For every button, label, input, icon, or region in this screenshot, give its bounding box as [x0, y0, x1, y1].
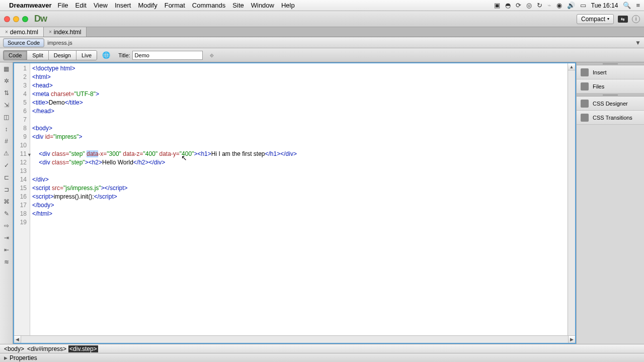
- chevron-right-icon: ▶: [4, 355, 8, 360]
- spotlight-icon[interactable]: 🔍: [623, 2, 631, 9]
- code-area[interactable]: <!doctype html><html><head><meta charset…: [30, 63, 568, 335]
- zoom-window-button[interactable]: [22, 16, 28, 22]
- format-source-icon[interactable]: ≋: [2, 257, 11, 266]
- panel-label: Files: [593, 83, 604, 89]
- indent-icon[interactable]: ⇥: [2, 233, 11, 242]
- volume-icon[interactable]: 🔊: [567, 2, 575, 9]
- panel-css-designer[interactable]: CSS Designer: [577, 97, 644, 111]
- menubar-clock[interactable]: Tue 16:14: [591, 2, 618, 9]
- tag-selector-breadcrumb: <body> <div#impress> <div.step>: [0, 344, 644, 353]
- screen-icon[interactable]: ▣: [494, 2, 500, 9]
- tab-demo-html[interactable]: × demo.html: [0, 27, 44, 37]
- crumb-div-impress[interactable]: <div#impress>: [26, 345, 67, 352]
- right-panel-dock: Insert Files CSS Designer CSS Transition…: [576, 62, 644, 344]
- recent-snippets-icon[interactable]: ✎: [2, 209, 11, 218]
- view-code-button[interactable]: Code: [4, 51, 27, 60]
- remove-comment-icon[interactable]: ⊐: [2, 185, 11, 194]
- document-toolbar: Code Split Design Live 🌐 Title: ⟐: [0, 48, 644, 62]
- workspace-switcher[interactable]: Compact ▾: [577, 14, 614, 24]
- collapse-icon[interactable]: ⇅: [2, 88, 11, 98]
- menu-modify[interactable]: Modify: [138, 2, 157, 9]
- apply-comment-icon[interactable]: ⊏: [2, 173, 11, 182]
- sync-settings-icon[interactable]: ⇆: [618, 16, 628, 23]
- filter-icon[interactable]: ▼: [635, 39, 641, 46]
- menu-format[interactable]: Format: [165, 2, 185, 9]
- horizontal-scrollbar[interactable]: ◀ ▶: [14, 335, 575, 343]
- vertical-scrollbar[interactable]: ▲: [568, 63, 575, 335]
- wrap-tag-icon[interactable]: ⌘: [2, 197, 11, 206]
- css-transitions-icon: [581, 114, 589, 122]
- view-live-button[interactable]: Live: [76, 51, 97, 60]
- dreamweaver-logo: Dw: [34, 14, 47, 24]
- close-window-button[interactable]: [4, 16, 10, 22]
- panel-css-transitions[interactable]: CSS Transitions: [577, 111, 644, 125]
- code-editor-body[interactable]: 1234567891011▼1213141516171819 <!doctype…: [14, 63, 575, 335]
- properties-panel-header[interactable]: ▶ Properties: [0, 353, 644, 362]
- open-documents-icon[interactable]: ▦: [2, 64, 11, 73]
- battery-icon[interactable]: ▭: [580, 2, 586, 9]
- minimize-window-button[interactable]: [13, 16, 19, 22]
- menu-help[interactable]: Help: [281, 2, 295, 9]
- menu-insert[interactable]: Insert: [115, 2, 131, 9]
- menu-commands[interactable]: Commands: [192, 2, 225, 9]
- panel-label: Insert: [593, 69, 607, 75]
- window-titlebar: Dw Compact ▾ ⇆ i: [0, 11, 644, 27]
- show-code-navigator-icon[interactable]: ✲: [2, 76, 11, 85]
- move-css-icon[interactable]: ⇨: [2, 221, 11, 230]
- coding-toolbar: ▦ ✲ ⇅ ⇲ ◫ ↕ # ⚠ ✓ ⊏ ⊐ ⌘ ✎ ⇨ ⇥ ⇤ ≋: [0, 62, 13, 344]
- crumb-div-step[interactable]: <div.step>: [68, 345, 98, 352]
- code-editor: 1234567891011▼1213141516171819 <!doctype…: [13, 62, 576, 344]
- panel-insert[interactable]: Insert: [577, 65, 644, 79]
- scroll-left-arrow[interactable]: ◀: [14, 336, 21, 343]
- css-designer-icon: [581, 100, 589, 108]
- crumb-body[interactable]: <body>: [3, 345, 25, 352]
- cc-icon[interactable]: ◓: [505, 2, 511, 9]
- panel-files[interactable]: Files: [577, 79, 644, 94]
- scroll-up-arrow[interactable]: ▲: [568, 63, 575, 70]
- help-icon[interactable]: i: [632, 15, 640, 23]
- line-numbers-icon[interactable]: #: [2, 137, 11, 146]
- sync-status-icon[interactable]: ⟳: [516, 2, 521, 9]
- menu-file[interactable]: File: [58, 2, 68, 9]
- traffic-lights: [4, 16, 28, 22]
- close-tab-icon[interactable]: ×: [5, 29, 8, 35]
- tab-label: index.html: [54, 29, 82, 36]
- view-design-button[interactable]: Design: [49, 51, 76, 60]
- outdent-icon[interactable]: ⇤: [2, 245, 11, 254]
- related-files-bar: Source Code impress.js ▼: [0, 37, 644, 48]
- app-name: Dreamweaver: [9, 2, 52, 9]
- properties-label: Properties: [10, 354, 37, 361]
- scroll-right-arrow[interactable]: ▶: [568, 336, 575, 343]
- files-icon: [581, 82, 589, 90]
- insert-icon: [581, 68, 589, 76]
- syntax-error-icon[interactable]: ✓: [2, 161, 11, 170]
- view-split-button[interactable]: Split: [27, 51, 48, 60]
- source-code-button[interactable]: Source Code: [3, 38, 44, 47]
- select-parent-icon[interactable]: ◫: [2, 113, 11, 122]
- close-tab-icon[interactable]: ×: [49, 29, 52, 35]
- notifications-icon[interactable]: ≡: [636, 2, 640, 9]
- menu-edit[interactable]: Edit: [75, 2, 87, 9]
- title-label: Title:: [118, 52, 130, 58]
- timemachine-icon[interactable]: ↻: [537, 2, 542, 9]
- panel-label: CSS Designer: [593, 101, 628, 107]
- target-icon[interactable]: ◎: [526, 2, 532, 9]
- highlight-invalid-icon[interactable]: ⚠: [2, 149, 11, 158]
- panel-label: CSS Transitions: [593, 115, 632, 121]
- bluetooth-icon[interactable]: ⌁: [547, 2, 551, 9]
- workspace-label: Compact: [581, 16, 605, 23]
- menu-site[interactable]: Site: [232, 2, 244, 9]
- tab-index-html[interactable]: × index.html: [44, 27, 87, 37]
- expand-all-icon[interactable]: ⇲: [2, 101, 11, 110]
- related-file-impress-js[interactable]: impress.js: [47, 40, 72, 46]
- globe-icon[interactable]: 🌐: [101, 50, 111, 60]
- wifi-icon[interactable]: ◉: [556, 2, 562, 9]
- main-area: ▦ ✲ ⇅ ⇲ ◫ ↕ # ⚠ ✓ ⊏ ⊐ ⌘ ✎ ⇨ ⇥ ⇤ ≋ 123456…: [0, 62, 644, 344]
- menu-view[interactable]: View: [94, 2, 108, 9]
- menu-window[interactable]: Window: [251, 2, 274, 9]
- balance-braces-icon[interactable]: ↕: [2, 125, 11, 134]
- document-tabs: × demo.html × index.html: [0, 27, 644, 37]
- mac-menubar: Dreamweaver File Edit View Insert Modify…: [0, 0, 644, 11]
- title-input[interactable]: [132, 51, 203, 60]
- preview-icon[interactable]: ⟐: [207, 50, 217, 60]
